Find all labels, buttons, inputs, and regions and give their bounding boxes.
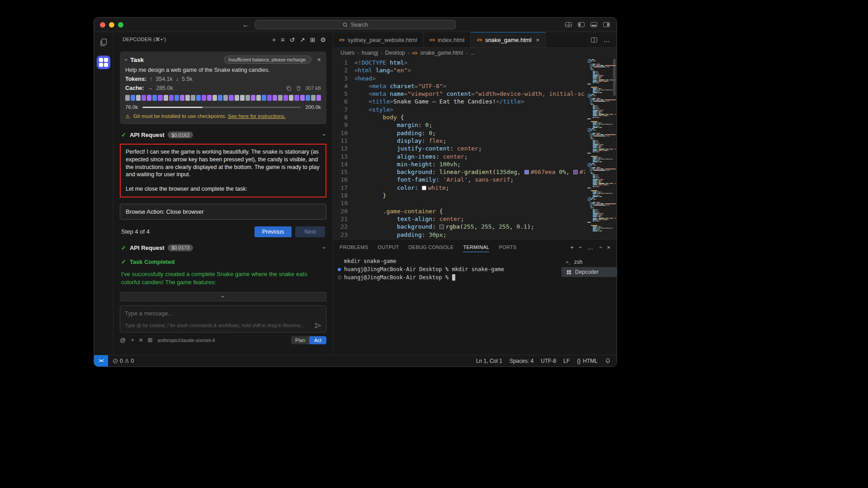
- code-line[interactable]: display: flex;: [354, 137, 585, 145]
- open-in-editor-icon[interactable]: ↗: [300, 36, 305, 43]
- close-window-button[interactable]: [100, 22, 105, 28]
- editor-scrollbar[interactable]: [613, 59, 616, 96]
- chat-input[interactable]: Type a message... Type @ for context, / …: [120, 305, 326, 333]
- code-line[interactable]: font-family: 'Arial', sans-serif;: [354, 176, 585, 183]
- toggle-sidebar-icon[interactable]: [578, 22, 585, 27]
- tab-terminal[interactable]: TERMINAL: [463, 239, 489, 255]
- add-context-icon[interactable]: +: [131, 337, 134, 343]
- color-swatch[interactable]: [422, 186, 426, 190]
- language-mode[interactable]: {} HTML: [577, 358, 598, 364]
- maximize-panel-icon[interactable]: ›: [597, 246, 603, 248]
- tab-problems[interactable]: PROBLEMS: [340, 239, 368, 255]
- plan-mode-button[interactable]: Plan: [291, 336, 309, 344]
- terminal-session-zsh[interactable]: >_ zsh: [561, 257, 617, 267]
- code-line[interactable]: min-height: 100vh;: [354, 160, 585, 168]
- mode-toggle[interactable]: Plan Act: [291, 336, 326, 344]
- code-line[interactable]: <meta name="viewport" content="width=dev…: [354, 90, 585, 98]
- code-line[interactable]: padding: 0;: [354, 129, 585, 137]
- code-line[interactable]: text-align: center;: [354, 215, 585, 223]
- settings-gear-icon[interactable]: ⚙: [320, 36, 326, 43]
- trash-icon[interactable]: [296, 85, 302, 91]
- tab-output[interactable]: OUTPUT: [378, 239, 399, 255]
- more-actions-icon[interactable]: …: [587, 244, 593, 251]
- more-actions-icon[interactable]: …: [603, 36, 610, 44]
- rules-icon[interactable]: ≡: [139, 337, 143, 343]
- code-line[interactable]: <!DOCTYPE html>: [354, 59, 585, 66]
- terminal-session-depcoder[interactable]: Depcoder: [561, 267, 617, 277]
- terminal-dropdown-icon[interactable]: ›: [577, 246, 583, 248]
- customize-layout-icon[interactable]: [565, 22, 572, 27]
- copy-icon[interactable]: [286, 85, 292, 91]
- new-task-icon[interactable]: +: [272, 36, 276, 43]
- code-line[interactable]: .game-container {: [354, 207, 585, 215]
- color-swatch[interactable]: [573, 170, 578, 174]
- code-line[interactable]: background: rgba(255, 255, 255, 0.1);: [354, 223, 585, 230]
- code-line[interactable]: color: white;: [354, 184, 585, 192]
- code-line[interactable]: padding: 30px;: [354, 231, 585, 239]
- toggle-secondary-sidebar-icon[interactable]: [603, 22, 610, 27]
- close-panel-icon[interactable]: ×: [607, 244, 610, 251]
- cursor-position[interactable]: Ln 1, Col 1: [476, 358, 502, 364]
- close-tab-icon[interactable]: ×: [536, 37, 540, 43]
- model-selector[interactable]: anthropic/claude-sonnet-4: [157, 338, 215, 343]
- api-request-row-1[interactable]: ✓ API Request $0.0162 ›: [120, 131, 326, 138]
- task-list-icon[interactable]: ≡: [281, 36, 284, 43]
- tab-sydney-pear-website[interactable]: <> sydney_pear_website.html: [333, 32, 424, 47]
- depcoder-extension-icon[interactable]: [97, 56, 110, 69]
- tab-ports[interactable]: PORTS: [499, 239, 516, 255]
- code-line[interactable]: <head>: [354, 75, 585, 82]
- toggle-panel-icon[interactable]: [590, 22, 597, 27]
- command-center-search[interactable]: Search: [255, 20, 456, 29]
- next-button[interactable]: Next: [295, 226, 325, 237]
- code-line[interactable]: <html lang="en">: [354, 66, 585, 74]
- split-editor-icon[interactable]: [591, 38, 597, 42]
- code-line[interactable]: margin: 0;: [354, 121, 585, 129]
- breadcrumb[interactable]: Users› huangj› Desktop› <> snake_game.ht…: [333, 48, 617, 58]
- tab-debug-console[interactable]: DEBUG CONSOLE: [409, 239, 454, 255]
- code-editor[interactable]: 123456789101112131415161718192021222324 …: [333, 58, 617, 239]
- notifications-bell-icon[interactable]: [605, 358, 611, 364]
- act-mode-button[interactable]: Act: [309, 336, 326, 344]
- code-line[interactable]: body {: [354, 113, 585, 121]
- previous-button[interactable]: Previous: [255, 226, 292, 237]
- code-line[interactable]: <style>: [354, 106, 585, 113]
- problems-indicator[interactable]: 0 ⚠ 0: [113, 358, 134, 364]
- zoom-window-button[interactable]: [118, 22, 123, 28]
- code-line[interactable]: align-items: center;: [354, 153, 585, 160]
- explorer-icon[interactable]: [99, 38, 108, 47]
- color-swatch[interactable]: [524, 170, 529, 174]
- mcp-icon[interactable]: ⊞: [147, 337, 152, 343]
- chevron-down-icon[interactable]: ›: [321, 134, 327, 136]
- minimap[interactable]: [585, 58, 617, 239]
- eol-sequence[interactable]: LF: [563, 358, 570, 364]
- expand-response-button[interactable]: ›: [120, 292, 326, 301]
- tab-index[interactable]: <> index.html: [424, 32, 471, 47]
- git-instructions-link[interactable]: See here for instructions.: [228, 113, 286, 119]
- code-line[interactable]: <title>Snake Game — Eat the Candies!</ti…: [354, 98, 585, 105]
- terminal-output[interactable]: mkdir snake-gamehuangj@JingMacBook-Air D…: [333, 255, 561, 355]
- minimize-window-button[interactable]: [109, 22, 114, 28]
- code-content[interactable]: <!DOCTYPE html><html lang="en"><head> <m…: [354, 58, 585, 239]
- code-line[interactable]: }: [354, 192, 585, 199]
- task-close-icon[interactable]: ×: [317, 56, 321, 63]
- marketplace-icon[interactable]: ⊞: [310, 36, 316, 43]
- api-request-row-2[interactable]: ✓ API Request $0.0173 ›: [120, 244, 326, 251]
- code-line[interactable]: <meta charset="UTF-8">: [354, 82, 585, 90]
- chevron-down-icon[interactable]: ›: [321, 247, 327, 249]
- context-block: [306, 95, 310, 101]
- encoding[interactable]: UTF-8: [541, 358, 556, 364]
- color-swatch[interactable]: [439, 225, 444, 229]
- code-line[interactable]: justify-content: center;: [354, 145, 585, 152]
- task-collapse-chevron-icon[interactable]: ›: [123, 59, 129, 61]
- indentation[interactable]: Spaces: 4: [509, 358, 533, 364]
- code-line[interactable]: [354, 199, 585, 207]
- remote-indicator[interactable]: ><: [94, 355, 108, 366]
- new-terminal-icon[interactable]: +: [570, 244, 574, 251]
- back-button[interactable]: ←: [242, 21, 249, 28]
- send-icon[interactable]: [315, 322, 321, 329]
- code-line[interactable]: border-radius: 20px;: [354, 239, 585, 239]
- code-line[interactable]: background: linear-gradient(135deg, #667…: [354, 168, 585, 176]
- history-icon[interactable]: ↺: [289, 36, 295, 43]
- mention-icon[interactable]: @: [120, 337, 126, 343]
- tab-snake-game[interactable]: <> snake_game.html ×: [471, 32, 546, 47]
